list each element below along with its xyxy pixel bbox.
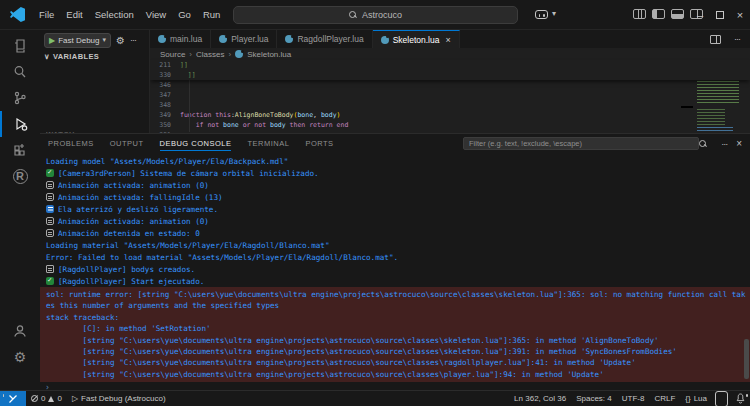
debug-play-icon: ▷	[72, 394, 78, 403]
tab-main-lua[interactable]: main.lua	[150, 30, 211, 48]
line-number: 211	[150, 60, 180, 70]
chevron-down-icon: ∨	[44, 52, 50, 61]
console-filter-input[interactable]	[463, 137, 699, 150]
notifications-bell-icon[interactable]	[731, 391, 750, 406]
debug-console-output[interactable]: Loading model "Assets/Models/Player/Ela/…	[40, 153, 750, 390]
error-line: [string "C:\users\yue\documents\ultra en…	[40, 335, 750, 346]
encoding[interactable]: UTF-8	[617, 391, 650, 406]
cursor-position[interactable]: Ln 362, Col 36	[509, 391, 571, 406]
console-line: Error: Failed to load material "Assets/M…	[40, 251, 750, 263]
search-icon	[349, 11, 357, 19]
breadcrumb-item[interactable]: Classes	[196, 50, 224, 59]
error-line: stack traceback:	[40, 312, 750, 323]
settings-gear-icon[interactable]: ⚙	[0, 344, 40, 370]
minimize-button[interactable]: –	[690, 0, 710, 30]
debug-settings-gear-icon[interactable]: ⚙	[116, 35, 125, 46]
debug-config-chevron-icon[interactable]: ▾	[103, 36, 107, 44]
panel-close-icon[interactable]: ×	[736, 138, 742, 149]
menu-run[interactable]: Run	[197, 0, 226, 30]
vscode-window: File Edit Selection View Go Run ··· ← → …	[0, 0, 750, 406]
console-text: Loading material "Assets/Models/Player/E…	[46, 241, 329, 250]
debug-more-icon[interactable]: ···	[130, 35, 136, 45]
code-area[interactable]: 346 347 348 349function this:AlignBoneTo…	[150, 80, 750, 133]
film-icon	[46, 217, 54, 225]
maximize-button[interactable]	[710, 0, 730, 30]
copilot-status-icon[interactable]	[715, 391, 728, 406]
copilot-chevron-icon[interactable]: ▾	[552, 9, 556, 18]
console-line: Loading model "Assets/Models/Player/Ela/…	[40, 155, 750, 167]
console-text: Loading model "Assets/Models/Player/Ela/…	[46, 157, 288, 166]
r-extension-icon[interactable]: R	[0, 163, 40, 189]
menu-file[interactable]: File	[33, 0, 60, 30]
console-line: Animación activada: animation (0)	[40, 179, 750, 191]
activity-bar: R ⚙	[0, 30, 40, 390]
bone-icon	[46, 265, 54, 273]
breadcrumb-item[interactable]: Source	[160, 50, 185, 59]
error-line: [string "C:\users\yue\documents\ultra en…	[40, 369, 750, 380]
extensions-icon[interactable]	[0, 137, 40, 163]
lua-file-icon	[219, 35, 227, 43]
warning-count: 0	[57, 394, 61, 403]
menu-go[interactable]: Go	[172, 0, 197, 30]
error-line: [string "C:\users\yue\documents\ultra en…	[40, 346, 750, 357]
vscode-logo-icon	[10, 7, 25, 22]
eol-sequence[interactable]: CRLF	[649, 391, 680, 406]
tab-actions: ···	[710, 30, 750, 48]
breadcrumb-item[interactable]: Skeleton.lua	[247, 50, 291, 59]
close-button[interactable]: ×	[730, 0, 750, 30]
tab-close-icon[interactable]: ×	[445, 35, 450, 45]
indent-guide	[189, 80, 190, 132]
explorer-icon[interactable]	[0, 33, 40, 59]
panel-more-icon[interactable]: ···	[721, 139, 727, 149]
status-bar: 0 0 ▷ Fast Debug (Astrocuco) Ln 362, Col…	[0, 390, 750, 406]
play-icon: ▶	[49, 36, 55, 45]
console-text: [Camera3rdPerson] Sistema de cámara orbi…	[58, 169, 319, 178]
film-icon	[46, 193, 54, 201]
search-sidebar-icon[interactable]	[0, 59, 40, 85]
menu-view[interactable]: View	[140, 0, 172, 30]
braces-icon: {}	[685, 394, 690, 403]
copilot-icon[interactable]	[535, 10, 548, 19]
menu-selection[interactable]: Selection	[89, 0, 140, 30]
tab-player-lua[interactable]: Player.lua	[211, 30, 277, 48]
find-icon[interactable]	[699, 140, 707, 148]
toggle-sidebar-icon[interactable]	[652, 9, 665, 19]
split-editor-icon[interactable]	[710, 35, 721, 44]
tab-terminal[interactable]: TERMINAL	[239, 134, 297, 153]
console-scrollbar[interactable]	[744, 339, 749, 379]
variables-section-header[interactable]: ∨ VARIABLES	[44, 52, 99, 61]
menu-edit[interactable]: Edit	[60, 0, 88, 30]
code-line: ]]	[180, 60, 188, 70]
console-text: Animación activada: animation (0)	[58, 217, 209, 226]
film-icon	[46, 181, 54, 189]
accounts-icon[interactable]	[0, 318, 40, 344]
start-debug-button[interactable]: ▶ Fast Debug ▾	[44, 33, 111, 48]
code-line: function this:AlignBoneToBody(bone, body…	[180, 110, 341, 120]
error-line: [string "C:\users\yue\documents\ultra en…	[40, 357, 750, 368]
indentation[interactable]: Spaces: 4	[571, 391, 617, 406]
console-line: [RagdollPlayer] Start ejecutado.	[40, 275, 750, 287]
errors-icon	[31, 395, 38, 402]
line-number: 347	[150, 90, 180, 100]
toggle-panel-icon[interactable]	[671, 9, 684, 19]
console-text: Error: Failed to load material "Assets/M…	[46, 253, 398, 262]
problems-status[interactable]: 0 0	[26, 391, 67, 406]
run-and-debug-icon[interactable]	[0, 111, 40, 137]
sticky-scroll[interactable]: 211]] 330 ]]	[150, 60, 750, 80]
source-control-icon[interactable]	[0, 85, 40, 111]
tab-skeleton-lua[interactable]: Skeleton.lua ×	[373, 30, 460, 48]
customize-layout-icon[interactable]	[633, 9, 646, 19]
debug-status[interactable]: ▷ Fast Debug (Astrocuco)	[67, 391, 171, 406]
language-mode[interactable]: {} Lua	[680, 391, 712, 406]
console-input-prompt[interactable]: ›	[40, 382, 750, 390]
editor-more-icon[interactable]: ···	[734, 34, 740, 44]
line-number: 349	[150, 110, 180, 120]
remote-indicator[interactable]	[0, 391, 26, 406]
tab-debug-console[interactable]: DEBUG CONSOLE	[152, 134, 240, 153]
tab-problems[interactable]: PROBLEMS	[40, 134, 102, 153]
tab-output[interactable]: OUTPUT	[102, 134, 152, 153]
command-center-search[interactable]: Astrocuco	[233, 6, 518, 24]
tab-ports[interactable]: PORTS	[297, 134, 341, 153]
tab-ragdollplayer-lua[interactable]: RagdollPlayer.lua	[277, 30, 372, 48]
panel-header: PROBLEMS OUTPUT DEBUG CONSOLE TERMINAL P…	[40, 134, 750, 153]
